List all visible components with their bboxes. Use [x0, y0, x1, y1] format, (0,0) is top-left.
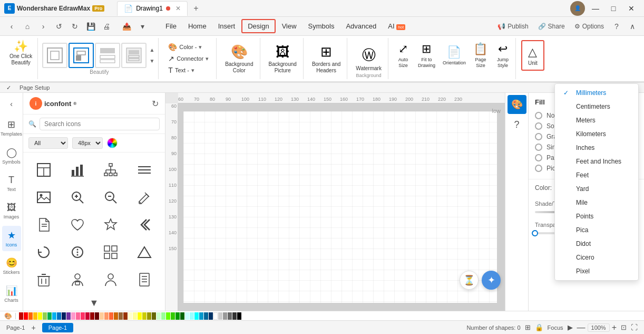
icon-cell-back[interactable]: [128, 212, 161, 238]
style-box-3[interactable]: [95, 43, 120, 68]
style-box-4[interactable]: [121, 43, 147, 68]
color-picker[interactable]: [107, 138, 118, 148]
color-swatch-28[interactable]: [147, 312, 151, 320]
undo-nav[interactable]: ↺: [52, 19, 66, 34]
maximize-button[interactable]: □: [605, 1, 622, 16]
color-swatch-11[interactable]: [66, 312, 71, 320]
background-picture-button[interactable]: 🖼 BackgroundPicture: [266, 43, 300, 74]
sidebar-item-images[interactable]: 🖼 Images: [2, 198, 21, 223]
style-box-1[interactable]: [42, 43, 67, 68]
color-swatch-14[interactable]: [81, 312, 85, 320]
menu-advanced[interactable]: Advanced: [340, 20, 382, 32]
color-swatch-26[interactable]: [138, 312, 142, 320]
icon-cell-trash[interactable]: [27, 266, 60, 293]
load-more[interactable]: ▼: [23, 295, 165, 311]
dropdown-item-inches[interactable]: Inches: [555, 141, 638, 155]
dropdown-item-feet[interactable]: Feet: [555, 168, 638, 182]
menu-home[interactable]: Home: [183, 20, 212, 32]
dropdown-item-kilometers[interactable]: Kilometers: [555, 127, 638, 141]
menu-design[interactable]: Design: [241, 19, 275, 33]
refresh-button[interactable]: ↻: [152, 99, 159, 109]
color-swatch-15[interactable]: [85, 312, 90, 320]
color-swatch-31[interactable]: [161, 312, 165, 320]
icon-cell-person[interactable]: [95, 266, 128, 293]
color-swatch-6[interactable]: [43, 312, 47, 320]
color-swatch-13[interactable]: [76, 312, 80, 320]
color-swatch-33[interactable]: [171, 312, 175, 320]
color-swatch-12[interactable]: [71, 312, 75, 320]
scroll-down-icon[interactable]: ▼: [90, 298, 99, 309]
help-button[interactable]: ?: [609, 19, 624, 34]
tab-drawing[interactable]: 📄 Drawing1 ✕: [117, 1, 188, 16]
nav-chevron[interactable]: ▾: [135, 19, 150, 34]
color-swatch-black[interactable]: [237, 312, 241, 320]
add-tab-button[interactable]: +: [190, 2, 202, 15]
sidebar-item-text[interactable]: T Text: [2, 170, 21, 196]
jump-style-button[interactable]: ↩ JumpStyle: [492, 40, 513, 71]
color-swatch-39[interactable]: [199, 312, 203, 320]
color-swatch-29[interactable]: [152, 312, 156, 320]
dropdown-item-feet-inches[interactable]: Feet and Inches: [555, 155, 638, 168]
icon-cell-star[interactable]: [95, 212, 128, 238]
orientation-button[interactable]: 📄 Orientation: [440, 40, 469, 71]
menu-file[interactable]: File: [160, 20, 182, 32]
zoom-in-button[interactable]: +: [612, 323, 617, 332]
color-swatch-40[interactable]: [204, 312, 208, 320]
page-size-button[interactable]: 📋 PageSize: [470, 40, 491, 71]
color-swatch-gray4[interactable]: [232, 312, 237, 320]
sidebar-item-templates[interactable]: ⊞ Templates: [2, 115, 21, 140]
page-tab[interactable]: Page-1: [42, 323, 73, 332]
color-swatch-22[interactable]: [119, 312, 123, 320]
style-scroll-down[interactable]: ▼: [148, 55, 156, 66]
color-swatch-38[interactable]: [194, 312, 199, 320]
color-swatch-18[interactable]: [100, 312, 104, 320]
sidebar-item-icons[interactable]: ★ Icons: [2, 226, 21, 251]
background-color-button[interactable]: 🎨 BackgroundColor: [222, 43, 256, 74]
icon-cell-like[interactable]: [61, 212, 94, 238]
canvas-area[interactable]: 60 70 80 90 100 110 120 130 140 150 160 …: [165, 93, 505, 311]
watermark-button[interactable]: Ⓦ Watermark: [353, 43, 385, 74]
color-swatch-23[interactable]: [123, 312, 128, 320]
text-button[interactable]: T Text - ▾: [165, 65, 212, 75]
icon-cell-hierarchy[interactable]: [95, 157, 128, 183]
color-swatch-3[interactable]: [28, 312, 33, 320]
fill-tool-button[interactable]: 🎨: [508, 95, 526, 114]
color-swatch-20[interactable]: [109, 312, 113, 320]
unit-button[interactable]: △ Unit: [521, 40, 544, 71]
color-swatch-27[interactable]: [142, 312, 147, 320]
color-swatch-32[interactable]: [166, 312, 170, 320]
color-swatch-9[interactable]: [57, 312, 61, 320]
back-nav[interactable]: ‹: [4, 19, 19, 34]
sidebar-item-stickers[interactable]: 😊 Stickers: [2, 253, 21, 279]
forward-nav[interactable]: ›: [36, 19, 51, 34]
collapse-ribbon-button[interactable]: ∧: [625, 19, 640, 34]
share-button[interactable]: 🔗 Share: [534, 21, 569, 32]
ai-sparkle-button[interactable]: ✦: [482, 271, 501, 290]
one-click-beautify-button[interactable]: ✨ One ClickBeautify: [6, 38, 35, 69]
icon-cell-edit[interactable]: [128, 184, 161, 211]
close-button[interactable]: ✕: [623, 1, 640, 16]
color-swatch-4[interactable]: [33, 312, 37, 320]
color-swatch-17[interactable]: [95, 312, 99, 320]
sidebar-back-button[interactable]: ‹: [4, 97, 19, 111]
color-swatch-8[interactable]: [52, 312, 56, 320]
sidebar-item-charts[interactable]: 📊 Charts: [2, 281, 21, 307]
color-swatch-19[interactable]: [104, 312, 109, 320]
menu-insert[interactable]: Insert: [213, 20, 241, 32]
play-button[interactable]: ▶: [568, 323, 573, 331]
dropdown-item-pica[interactable]: Pica: [555, 223, 638, 237]
fit-to-drawing-button[interactable]: ⊞ Fit toDrawing: [415, 40, 438, 71]
color-swatch-gray1[interactable]: [218, 312, 222, 320]
fit-page-button[interactable]: ⊡: [621, 323, 627, 331]
icon-cell-file-lines[interactable]: [128, 266, 161, 293]
transparency-thumb[interactable]: [532, 230, 538, 236]
dropdown-item-yard[interactable]: Yard: [555, 182, 638, 196]
icon-cell-zoom-in[interactable]: [61, 184, 94, 211]
menu-ai[interactable]: AI hot: [383, 20, 411, 32]
icon-cell-lines[interactable]: [128, 157, 161, 183]
icon-cell-chart[interactable]: [61, 157, 94, 183]
zoom-out-button[interactable]: —: [577, 323, 586, 332]
color-swatch-5[interactable]: [38, 312, 42, 320]
dropdown-item-mile[interactable]: Mile: [555, 196, 638, 209]
dropdown-item-points[interactable]: Points: [555, 209, 638, 223]
